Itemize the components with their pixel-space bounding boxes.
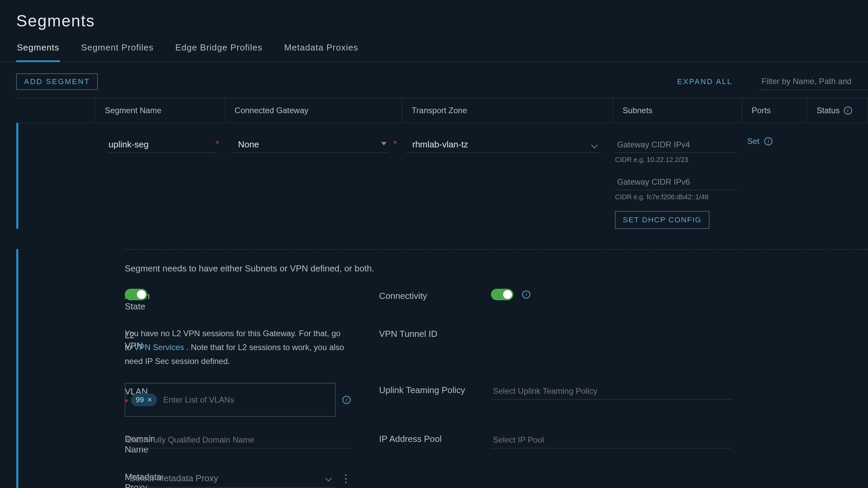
col-status: Status i — [807, 98, 868, 123]
filter-input[interactable] — [760, 73, 868, 90]
vlan-input-box[interactable]: 99 ✕ — [125, 383, 336, 417]
uplink-teaming-policy-label: Uplink Teaming Policy — [379, 383, 491, 395]
vpn-services-link[interactable]: VPN Services — [134, 343, 184, 352]
ip-address-pool-label: IP Address Pool — [379, 432, 491, 444]
connectivity-label: Connectivity — [379, 289, 491, 301]
domain-name-input[interactable] — [125, 432, 350, 448]
tab-edge-bridge-profiles[interactable]: Edge Bridge Profiles — [175, 39, 263, 62]
segment-name-input[interactable] — [106, 137, 216, 153]
col-connected-gateway: Connected Gateway — [225, 98, 402, 123]
domain-name-label: Domain Name — [18, 432, 125, 455]
col-expand — [16, 98, 95, 123]
metadata-proxy-more-icon[interactable]: ⋮ — [340, 475, 351, 482]
required-icon: * — [216, 139, 219, 149]
toolbar: ADD SEGMENT EXPAND ALL — [0, 62, 868, 98]
vlan-label: VLAN * — [18, 383, 125, 407]
vlan-list-input[interactable] — [163, 395, 330, 405]
ports-set-label: Set — [747, 137, 760, 146]
connectivity-toggle[interactable] — [491, 289, 513, 300]
tab-segments[interactable]: Segments — [16, 39, 60, 62]
ports-set-link[interactable]: Set i — [747, 137, 772, 146]
status-info-icon[interactable]: i — [844, 106, 852, 115]
segment-helper-text: Segment needs to have either Subnets or … — [18, 263, 868, 274]
ipv6-hint: CIDR e.g. fc7e:f206:db42::1/48 — [615, 192, 737, 202]
segment-settings: Admin State Connectivity i L2 VPN You ha… — [18, 289, 868, 488]
gateway-cidr-ipv6-input[interactable] — [615, 174, 737, 190]
segment-edit-row: * None * rhmlab-vlan-tz CIDR e.g. 10.22.… — [16, 123, 868, 229]
divider — [123, 249, 868, 250]
grid-header: Segment Name Connected Gateway Transport… — [16, 98, 868, 123]
col-segment-name: Segment Name — [95, 98, 225, 123]
vlan-info-icon[interactable]: i — [342, 396, 351, 404]
set-dhcp-config-button[interactable]: SET DHCP CONFIG — [615, 211, 709, 229]
vlan-chip-remove-icon[interactable]: ✕ — [147, 396, 152, 404]
col-ports: Ports — [742, 98, 807, 123]
connectivity-info-icon[interactable]: i — [522, 290, 530, 299]
ipv4-hint: CIDR e.g. 10.22.12.2/23 — [615, 155, 737, 164]
col-transport-zone: Transport Zone — [402, 98, 613, 123]
vlan-chip[interactable]: 99 ✕ — [131, 393, 157, 406]
metadata-proxy-select[interactable]: Select Metadata Proxy — [125, 470, 336, 487]
page-title: Segments — [0, 0, 868, 39]
required-icon: * — [393, 139, 397, 149]
vlan-chip-value: 99 — [136, 395, 144, 404]
ports-info-icon[interactable]: i — [764, 137, 772, 145]
segments-grid: Segment Name Connected Gateway Transport… — [16, 98, 868, 229]
transport-zone-select[interactable]: rhmlab-vlan-tz — [406, 137, 601, 153]
admin-state-label: Admin State — [18, 289, 125, 312]
tab-segment-profiles[interactable]: Segment Profiles — [80, 39, 154, 62]
tab-metadata-proxies[interactable]: Metadata Proxies — [283, 39, 359, 62]
vpn-tunnel-id-label: VPN Tunnel ID — [379, 327, 491, 339]
gateway-cidr-ipv4-input[interactable] — [615, 137, 737, 153]
l2vpn-label: L2 VPN — [18, 327, 125, 351]
uplink-teaming-policy-select[interactable] — [491, 383, 732, 400]
expand-all-button[interactable]: EXPAND ALL — [677, 77, 732, 86]
admin-state-toggle[interactable] — [125, 289, 147, 300]
l2vpn-message: You have no L2 VPN sessions for this Gat… — [125, 327, 349, 368]
metadata-proxy-label: Metadata Proxy — [18, 470, 125, 488]
tabs: Segments Segment Profiles Edge Bridge Pr… — [0, 39, 868, 62]
col-subnets: Subnets — [613, 98, 742, 123]
chevron-down-icon — [381, 142, 387, 145]
col-status-label: Status — [817, 106, 840, 115]
ip-address-pool-select[interactable] — [491, 432, 732, 448]
connected-gateway-select[interactable]: None — [232, 137, 390, 153]
add-segment-button[interactable]: ADD SEGMENT — [16, 74, 98, 90]
